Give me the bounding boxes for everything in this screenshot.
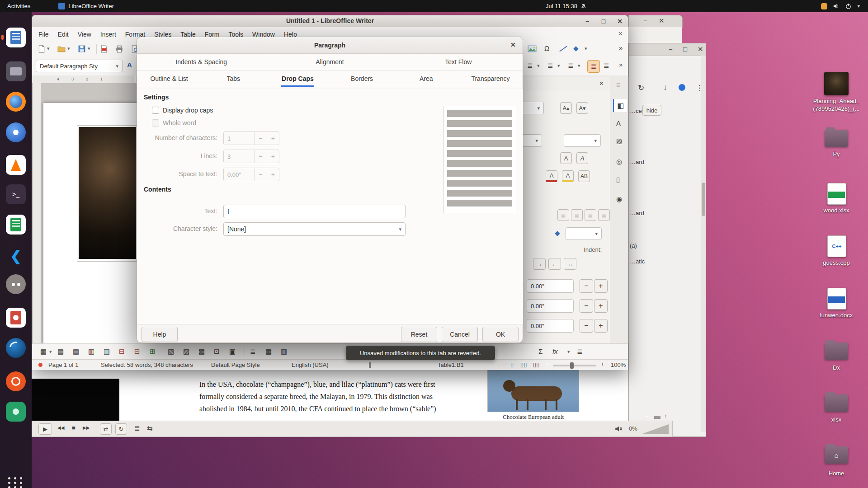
tab-indents-spacing[interactable]: Indents & Spacing: [137, 54, 265, 70]
desktop-icon-guess-cpp[interactable]: C++: [827, 235, 846, 257]
dock-item-ubuntu-software[interactable]: [6, 371, 26, 391]
display-drop-caps-checkbox[interactable]: [152, 107, 159, 114]
view-multi-page-icon[interactable]: ▯▯: [520, 361, 527, 368]
tab-outline-list[interactable]: Outline & List: [137, 70, 201, 87]
decrement-button[interactable]: −: [580, 319, 593, 333]
reset-button[interactable]: Reset: [401, 327, 437, 342]
increment-button[interactable]: +: [594, 299, 608, 313]
background-window-b-titlebar[interactable]: − ✕: [628, 15, 683, 28]
desktop-icon-wood-xlsx[interactable]: [827, 183, 846, 205]
print-icon[interactable]: [115, 45, 123, 53]
decrement-button[interactable]: −: [254, 168, 266, 181]
save-icon[interactable]: [78, 45, 86, 53]
character-dialog-button[interactable]: AB: [578, 170, 590, 182]
clock-button[interactable]: Jul 11 15:38: [540, 0, 592, 12]
table-properties-icon[interactable]: ▥: [281, 347, 287, 356]
maximize-button[interactable]: □: [598, 16, 609, 26]
speaker-muted-icon[interactable]: [614, 425, 623, 433]
desktop-icon-xlsx-folder[interactable]: [825, 394, 848, 412]
dropdown-icon[interactable]: ▾: [537, 63, 540, 69]
sum-icon[interactable]: Σ: [538, 347, 542, 355]
delete-column-icon[interactable]: ⊟: [134, 347, 140, 356]
dock-item-vlc[interactable]: [6, 155, 26, 175]
number-of-characters-spinner[interactable]: 1 − +: [223, 131, 279, 145]
menu-file[interactable]: File: [34, 29, 53, 40]
hide-button[interactable]: hide: [642, 105, 661, 116]
dropdown-icon[interactable]: ▾: [585, 46, 587, 52]
insert-mode-indicator[interactable]: [369, 362, 371, 368]
table-borders-icon[interactable]: ⊡: [214, 347, 220, 356]
number-of-characters-value[interactable]: 1: [224, 132, 254, 145]
status-language[interactable]: English (USA): [292, 361, 329, 368]
view-book-icon[interactable]: ▯▯: [533, 361, 539, 368]
menu-edit[interactable]: Edit: [53, 29, 73, 40]
open-icon[interactable]: [57, 45, 66, 53]
system-status-area[interactable]: ▾: [816, 0, 865, 12]
align-justify-button[interactable]: ≣: [598, 209, 610, 221]
increment-button[interactable]: +: [594, 279, 608, 293]
maximize-icon[interactable]: □: [683, 45, 687, 53]
align-right-button[interactable]: ≣: [585, 209, 596, 221]
highlight-color-button[interactable]: A: [562, 170, 574, 182]
close-button[interactable]: ✕: [614, 16, 625, 26]
profile-icon[interactable]: [679, 84, 685, 91]
dock-item-web-browser[interactable]: [6, 338, 26, 358]
paragraph-settings-icon[interactable]: ≣: [604, 61, 609, 70]
background-window-c-titlebar[interactable]: − □ ✕: [629, 43, 706, 56]
lines-spinner[interactable]: 3 − +: [223, 150, 279, 163]
scrollbar-track[interactable]: [701, 56, 706, 432]
minimize-icon[interactable]: −: [643, 17, 647, 24]
desktop-icon-py-folder[interactable]: [825, 130, 848, 147]
minimize-button[interactable]: −: [582, 16, 593, 26]
tab-alignment[interactable]: Alignment: [265, 54, 394, 70]
dropdown-icon[interactable]: ▾: [567, 349, 570, 355]
toolbar-overflow-icon[interactable]: »: [619, 61, 623, 68]
insert-line-icon[interactable]: [559, 46, 567, 52]
decrease-indent-button[interactable]: ←: [548, 258, 561, 270]
stop-button[interactable]: ■: [72, 424, 75, 431]
special-character-icon[interactable]: Ω: [544, 44, 549, 52]
previous-button[interactable]: ◀◀: [57, 425, 64, 430]
whole-word-label[interactable]: Whole word: [163, 119, 196, 127]
decrement-button[interactable]: −: [254, 150, 266, 163]
character-style-dropdown[interactable]: [None] ▾: [223, 222, 406, 236]
dialog-close-icon[interactable]: ✕: [510, 41, 516, 48]
play-button[interactable]: ▶: [38, 423, 52, 435]
playlist-button[interactable]: ≣: [134, 424, 140, 432]
media-player-video[interactable]: [32, 379, 119, 421]
character-spacing-combo[interactable]: ▾: [564, 134, 601, 147]
basic-shapes-icon[interactable]: ◆: [573, 44, 579, 52]
tab-area[interactable]: Area: [394, 70, 458, 87]
menu-insert[interactable]: Insert: [96, 29, 121, 40]
insert-row-above-icon[interactable]: ▤: [57, 347, 64, 356]
paragraph-style-combo[interactable]: Default Paragraph Sty ▾: [36, 60, 123, 72]
tab-tabs[interactable]: Tabs: [201, 70, 265, 87]
zoom-slider-thumb[interactable]: [570, 362, 574, 369]
reload-icon[interactable]: ↻: [638, 83, 644, 93]
drop-cap-text-input[interactable]: [223, 205, 406, 218]
indent-after-field[interactable]: 0.00″: [527, 299, 574, 313]
formula-icon[interactable]: fx: [552, 347, 558, 355]
optimize-table-icon[interactable]: ▩: [198, 347, 205, 356]
shrink-font-button[interactable]: A▾: [576, 102, 588, 114]
tab-borders[interactable]: Borders: [330, 70, 394, 87]
dock-item-libreoffice-writer[interactable]: [6, 28, 26, 47]
document-close-icon[interactable]: ✕: [618, 30, 623, 37]
dock-item-libreoffice-impress[interactable]: [6, 308, 26, 328]
sidebar-close-icon[interactable]: ✕: [599, 80, 604, 87]
activities-button[interactable]: Activities: [2, 0, 36, 12]
bullet-list-icon[interactable]: ≣: [547, 61, 553, 70]
shuffle-button[interactable]: ⇄: [100, 423, 112, 435]
spacing-combo[interactable]: ▾: [566, 227, 602, 240]
ok-button[interactable]: OK: [482, 327, 519, 342]
space-to-text-spinner[interactable]: 0.00″ − +: [223, 168, 279, 181]
space-to-text-value[interactable]: 0.00″: [224, 168, 254, 181]
show-applications-button[interactable]: [6, 473, 26, 488]
cancel-button[interactable]: Cancel: [442, 327, 478, 342]
dock-item-firefox[interactable]: [6, 92, 26, 112]
status-zoom-percent[interactable]: 100%: [611, 361, 626, 368]
decrement-button[interactable]: −: [580, 299, 593, 313]
sidebar-tab-styles[interactable]: A: [616, 119, 621, 127]
grow-font-button[interactable]: A▴: [560, 102, 572, 114]
focused-app-menu[interactable]: LibreOffice Writer: [53, 0, 119, 12]
